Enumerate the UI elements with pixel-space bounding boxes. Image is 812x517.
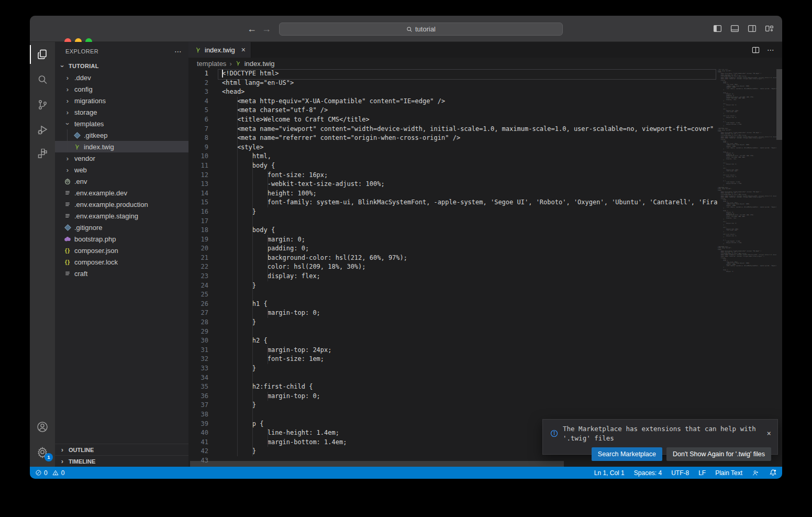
tree-item-label: .gitignore: [74, 224, 102, 232]
tab-index-twig[interactable]: index.twig ×: [188, 42, 251, 58]
list-icon: [63, 189, 72, 197]
tree-item-migrations[interactable]: migrations: [55, 95, 188, 106]
tree-item-env-example-staging[interactable]: .env.example.staging: [55, 210, 188, 222]
line-text: <style>: [222, 143, 717, 152]
customize-layout-icon[interactable]: [763, 23, 775, 34]
minimap[interactable]: <!DOCTYPE html> <html lang="en-US"> <hea…: [717, 69, 776, 272]
notification-message: The Marketplace has extensions that can …: [563, 424, 762, 443]
chevron-right-icon: [58, 457, 66, 466]
tree-item-label: .env.example.dev: [74, 189, 127, 197]
indent-guide: [252, 346, 253, 355]
line-number: 25: [188, 290, 208, 300]
tree-item-storage[interactable]: storage: [55, 106, 188, 118]
breadcrumb-folder[interactable]: templates: [197, 60, 226, 68]
tree-item-label: config: [74, 85, 93, 93]
tree-item-gitkeep[interactable]: .gitkeep: [55, 129, 188, 141]
dont-show-again-button[interactable]: Don't Show Again for '.twig' files: [666, 447, 771, 461]
toggle-secondary-sidebar-icon[interactable]: [746, 23, 758, 34]
code-line: 7 <meta name="viewport" content="width=d…: [188, 125, 717, 134]
indent-guide: [237, 115, 238, 125]
navigate-forward-button[interactable]: →: [261, 23, 272, 35]
activity-bar: 1: [30, 42, 55, 467]
tree-item-env-example-production[interactable]: .env.example.production: [55, 199, 188, 210]
toggle-panel-icon[interactable]: [729, 23, 740, 34]
tree-item-web[interactable]: web: [55, 164, 188, 175]
tree-item-bootstrap-php[interactable]: bootstrap.php: [55, 233, 188, 245]
code-line: 28 }: [188, 318, 717, 327]
tree-item-vendor[interactable]: vendor: [55, 152, 188, 164]
tree-item-config[interactable]: config: [55, 83, 188, 95]
indent-guide: [268, 438, 268, 447]
breadcrumb-file[interactable]: index.twig: [235, 60, 275, 68]
sidebar-panel-outline[interactable]: OUTLINE: [55, 444, 188, 455]
close-notification-icon[interactable]: ×: [767, 429, 771, 438]
command-center-search[interactable]: tutorial: [279, 23, 563, 36]
search-marketplace-button[interactable]: Search Marketplace: [592, 447, 662, 461]
status-cursor-position[interactable]: Ln 1, Col 1: [594, 469, 625, 477]
problems-status[interactable]: 0 0: [35, 469, 64, 477]
json-icon: {}: [63, 258, 72, 266]
explorer-icon[interactable]: [30, 42, 55, 67]
line-number: 42: [188, 447, 208, 456]
settings-gear-icon[interactable]: 1: [30, 439, 55, 465]
indent-guide: [237, 262, 238, 272]
line-text: body {: [222, 161, 717, 171]
line-text: <meta http-equiv="X-UA-Compatible" conte…: [222, 97, 717, 106]
info-icon: [550, 430, 558, 437]
indent-guide: [237, 300, 238, 309]
line-text: body {: [222, 226, 717, 235]
tree-item-env[interactable]: .env: [55, 175, 188, 187]
chevron-right-icon: [63, 166, 72, 174]
tree-item-env-example-dev[interactable]: .env.example.dev: [55, 187, 188, 199]
tree-item-composer-lock[interactable]: {}composer.lock: [55, 256, 188, 268]
line-text: <html lang="en-US">: [222, 79, 717, 88]
horizontal-scrollbar[interactable]: [190, 461, 564, 467]
indent-guide: [237, 309, 238, 318]
line-number: 21: [188, 254, 208, 263]
line-text: display: flex;: [222, 272, 717, 281]
status-indentation[interactable]: Spaces: 4: [634, 469, 662, 477]
vscode-window: ← → tutorial: [30, 16, 782, 479]
split-editor-icon[interactable]: [752, 46, 760, 54]
accounts-icon[interactable]: [30, 414, 55, 439]
indent-guide: [237, 355, 238, 364]
code-editor[interactable]: 1<!DOCTYPE html>2<html lang="en-US">3<he…: [188, 69, 782, 467]
tree-item-composer-json[interactable]: {}composer.json: [55, 245, 188, 256]
tree-item-templates[interactable]: templates: [55, 118, 188, 129]
bell-icon[interactable]: [769, 469, 777, 477]
indent-guide: [268, 309, 268, 318]
tree-item-gitignore[interactable]: .gitignore: [55, 222, 188, 233]
status-encoding[interactable]: UTF-8: [671, 469, 689, 477]
tree-item-ddev[interactable]: .ddev: [55, 72, 188, 83]
indent-guide: [252, 309, 253, 318]
status-language-mode[interactable]: Plain Text: [715, 469, 742, 477]
explorer-more-actions-icon[interactable]: ⋯: [174, 47, 182, 56]
search-view-icon[interactable]: [30, 67, 55, 92]
toggle-primary-sidebar-icon[interactable]: [711, 23, 723, 34]
gear-icon: [63, 177, 72, 185]
source-control-icon[interactable]: [30, 92, 55, 117]
editor-more-actions-icon[interactable]: ⋯: [767, 46, 775, 54]
vertical-scrollbar[interactable]: [776, 69, 782, 140]
close-tab-icon[interactable]: ×: [241, 46, 246, 54]
twig-icon: [73, 142, 81, 151]
code-line: 20 padding: 0;: [188, 244, 717, 254]
status-eol[interactable]: LF: [698, 469, 706, 477]
code-line: 14 height: 100%;: [188, 189, 717, 199]
indent-guide: [252, 171, 253, 180]
feedback-icon[interactable]: [752, 469, 760, 477]
tree-root-tutorial[interactable]: TUTORIAL: [55, 60, 188, 72]
line-text: html,: [222, 152, 717, 161]
sidebar-panel-timeline[interactable]: TIMELINE: [55, 455, 188, 467]
extensions-icon[interactable]: [30, 142, 55, 168]
tree-item-craft[interactable]: craft: [55, 268, 188, 279]
indent-guide: [237, 392, 238, 401]
line-number: 39: [188, 420, 208, 429]
navigate-back-button[interactable]: ←: [246, 23, 258, 35]
indent-guide: [237, 125, 238, 134]
tree-item-label: composer.json: [74, 247, 118, 255]
tree-item-label: storage: [74, 108, 97, 116]
run-and-debug-icon[interactable]: [30, 117, 55, 142]
line-number: 7: [188, 125, 208, 134]
tree-item-index-twig[interactable]: index.twig: [55, 141, 188, 152]
